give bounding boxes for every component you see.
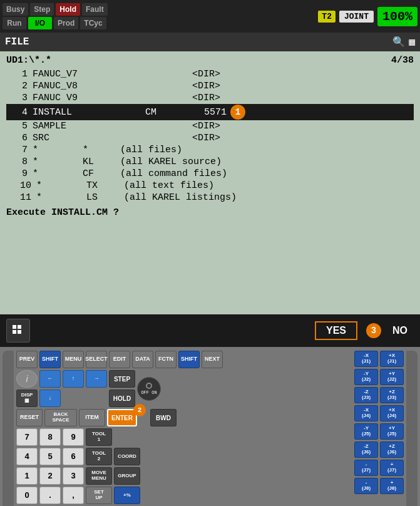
move-menu-key[interactable]: MOVEMENU <box>86 467 112 485</box>
file-row-7[interactable]: 7 * * (all files) <box>6 144 414 156</box>
down-arrow-key[interactable]: ↓ <box>39 390 61 407</box>
key-dot[interactable]: . <box>39 487 61 504</box>
axis-j5-minus[interactable]: -Y(J5) <box>354 423 378 440</box>
data-key[interactable]: DATA <box>132 351 153 368</box>
key-9[interactable]: 9 <box>63 428 84 446</box>
file-row-5[interactable]: 5 SAMPLE <DIR> <box>6 120 414 132</box>
axis-j1-plus[interactable]: +X(J1) <box>380 351 404 367</box>
setup-key[interactable]: SETUP <box>86 487 112 504</box>
file-row-3[interactable]: 3 FANUC V9 <DIR> <box>6 92 414 104</box>
row4-ext: CM <box>145 107 195 118</box>
prod-btn[interactable]: Prod <box>54 17 78 29</box>
key-6[interactable]: 6 <box>63 448 84 465</box>
no-button[interactable]: NO <box>386 323 414 339</box>
hold-key[interactable]: HOLD <box>109 390 135 407</box>
axis-j6-minus[interactable]: -Z(J6) <box>354 441 378 458</box>
axis-j7-plus[interactable]: +(J7) <box>380 460 404 476</box>
axis-j4-plus[interactable]: +X(J4) <box>380 405 404 421</box>
coord-key[interactable]: COORD <box>114 448 140 465</box>
key-2[interactable]: 2 <box>39 467 61 485</box>
fctn-key[interactable]: FCTN <box>155 351 177 368</box>
bwd-key[interactable]: BWD <box>150 409 177 426</box>
grid-icon[interactable]: ▦ <box>409 36 415 48</box>
menu-key[interactable]: MENU <box>63 351 84 368</box>
axis-j2-minus[interactable]: -Y(J2) <box>354 369 378 385</box>
keyboard-row-1: PREV SHIFT MENU SELECT EDIT DATA FCTN SH… <box>16 351 352 368</box>
key-4[interactable]: 4 <box>16 448 38 465</box>
badge-1: 1 <box>230 105 245 120</box>
axis-j8-minus[interactable]: -(J8) <box>354 478 378 494</box>
row3-name: FANUC V9 <box>33 93 145 103</box>
up-arrow-key[interactable]: ↑ <box>63 370 84 388</box>
shift-key-left[interactable]: SHIFT <box>39 351 61 368</box>
reset-key[interactable]: RESET <box>16 409 43 426</box>
file-row-8[interactable]: 8 * KL (all KAREL source) <box>6 156 414 168</box>
disp-key[interactable]: DISP▦ <box>16 390 38 407</box>
run-btn[interactable]: Run <box>3 17 26 29</box>
axis-j2-plus[interactable]: +Y(J2) <box>380 369 404 385</box>
file-row-2[interactable]: 2 FANUC_V8 <DIR> <box>6 80 414 92</box>
axis-j3-minus[interactable]: -Z(J3) <box>354 387 378 403</box>
file-row-6[interactable]: 6 SRC <DIR> <box>6 132 414 144</box>
row2-size: <DIR> <box>183 81 220 91</box>
axis-j8-plus[interactable]: +(J8) <box>380 478 404 494</box>
enter-key[interactable]: ENTER <box>107 409 137 426</box>
file-row-1[interactable]: 1 FANUC_V7 <DIR> <box>6 68 414 80</box>
axis-j6-plus[interactable]: +Z(J6) <box>380 441 404 458</box>
left-arrow-key[interactable]: ← <box>39 370 61 388</box>
keyboard-area: PREV SHIFT MENU SELECT EDIT DATA FCTN SH… <box>0 347 420 506</box>
axis-j3-plus[interactable]: +Z(J3) <box>380 387 404 403</box>
axis-j7-minus[interactable]: -(J7) <box>354 460 378 476</box>
fault-btn[interactable]: Fault <box>82 3 108 16</box>
next-key[interactable]: NEXT <box>202 351 223 368</box>
axis-j5-plus[interactable]: +Y(J5) <box>380 423 404 440</box>
prev-key[interactable]: PREV <box>16 351 38 368</box>
tool2-key[interactable]: TOOL2 <box>86 448 112 465</box>
select-key[interactable]: SELECT <box>86 351 107 368</box>
edit-key[interactable]: EDIT <box>109 351 130 368</box>
item-key[interactable]: ITEM <box>79 409 105 426</box>
plus-pct-key[interactable]: +% <box>114 487 140 504</box>
key-7[interactable]: 7 <box>16 428 38 446</box>
hold-btn[interactable]: Hold <box>56 3 80 16</box>
file-row-11[interactable]: 11 * LS (all KAREL listings) <box>6 192 414 204</box>
row1-num: 1 <box>8 69 28 80</box>
step-btn[interactable]: Step <box>30 3 54 16</box>
tool1-key[interactable]: TOOL1 <box>86 428 112 446</box>
yes-button[interactable]: YES <box>315 321 357 340</box>
row6-size: <DIR> <box>183 133 220 143</box>
info-key[interactable]: i <box>16 370 38 388</box>
file-row-10[interactable]: 10 * TX (all text files) <box>6 180 414 192</box>
io-btn[interactable]: I/O <box>28 17 52 29</box>
axis-j1-minus[interactable]: -X(J1) <box>354 351 378 367</box>
row8-size: (all KAREL source) <box>120 157 222 167</box>
key-comma[interactable]: , <box>63 487 84 504</box>
key-0[interactable]: 0 <box>16 487 38 504</box>
row4-size: 5571 <box>195 107 227 118</box>
file-row-4[interactable]: 4 INSTALL CM 5571 1 <box>6 104 414 120</box>
step-key[interactable]: STEP <box>109 370 135 388</box>
right-arrow-key[interactable]: → <box>86 370 107 388</box>
busy-btn[interactable]: Busy <box>3 3 28 16</box>
file-bar: FILE 🔍 ▦ <box>0 33 420 51</box>
zoom-icon[interactable]: 🔍 <box>392 36 405 48</box>
key-8[interactable]: 8 <box>39 428 61 446</box>
joint-badge: JOINT <box>339 11 374 23</box>
offon-key[interactable]: OFF ON <box>137 377 161 401</box>
backspace-key[interactable]: BACKSPACE <box>44 409 77 426</box>
key-5[interactable]: 5 <box>39 448 61 465</box>
tcyc-btn[interactable]: TCyc <box>80 17 106 29</box>
row7-ext: * <box>83 145 120 155</box>
file-row-9[interactable]: 9 * CF (all command files) <box>6 168 414 180</box>
file-bar-icons: 🔍 ▦ <box>392 36 415 48</box>
axis-j4-minus[interactable]: -X(J4) <box>354 405 378 421</box>
key-3[interactable]: 3 <box>63 467 84 485</box>
grid-button[interactable] <box>6 319 30 343</box>
group-key[interactable]: GROUP <box>114 467 140 485</box>
shift-key-right[interactable]: SHIFT <box>178 351 200 368</box>
row8-ext: KL <box>83 157 120 167</box>
row2-num: 2 <box>8 81 28 91</box>
key-1[interactable]: 1 <box>16 467 38 485</box>
row8-name: * <box>33 157 83 167</box>
row7-name: * <box>33 145 83 155</box>
